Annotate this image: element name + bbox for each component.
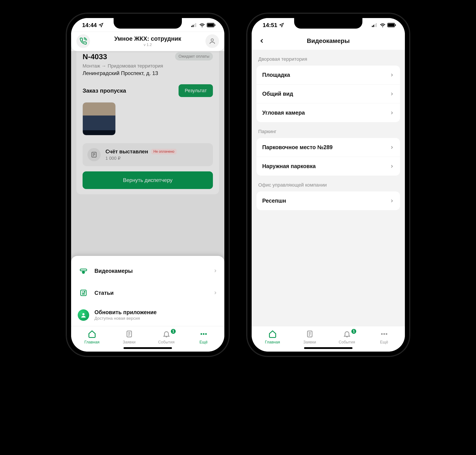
chevron-right-icon xyxy=(213,290,218,295)
svg-rect-2 xyxy=(194,24,195,27)
more-icon xyxy=(200,330,208,338)
svg-rect-30 xyxy=(375,24,375,27)
svg-rect-28 xyxy=(372,26,373,27)
signal-icon xyxy=(372,23,378,27)
list-item[interactable]: Угловая камера xyxy=(257,103,400,122)
list-group-parking: Парковочное место №289 Наружная парковка xyxy=(257,138,400,176)
tab-home[interactable]: Главная xyxy=(73,329,110,345)
result-button[interactable]: Результат xyxy=(179,84,213,97)
pass-label: Заказ пропуска xyxy=(83,87,126,94)
battery-icon xyxy=(387,23,396,27)
location-icon xyxy=(279,23,284,27)
user-icon xyxy=(209,38,216,45)
sheet-item-sublabel: Доступна новая версия xyxy=(94,316,218,321)
unpaid-badge: Не оплачено xyxy=(151,149,176,154)
more-sheet: Видеокамеры Статьи Обновить приложение xyxy=(71,256,224,326)
phone-call-icon xyxy=(79,37,87,45)
section-label: Офис управляющей компании xyxy=(252,176,405,191)
app-title: Умное ЖКХ: сотрудник xyxy=(90,35,205,42)
photo-thumbnail[interactable] xyxy=(83,102,116,135)
status-time: 14:51 xyxy=(263,22,277,29)
chevron-right-icon xyxy=(390,91,394,96)
tab-more[interactable]: Ещё xyxy=(185,329,222,345)
svg-rect-6 xyxy=(215,24,215,26)
list-item[interactable]: Наружная парковка xyxy=(257,157,400,176)
article-icon xyxy=(78,287,89,299)
chevron-left-icon xyxy=(259,38,265,44)
location-icon xyxy=(99,23,103,27)
phone-frame-1: 14:44 Умное ЖКХ: сотрудник v 1.2 xyxy=(66,13,229,357)
home-icon xyxy=(88,330,96,338)
tab-more[interactable]: Ещё xyxy=(366,329,403,345)
invoice-amount: 1 000 ₽ xyxy=(105,155,208,161)
tab-home[interactable]: Главная xyxy=(254,329,291,345)
status-chip: Ожидает оплаты xyxy=(175,52,213,60)
svg-rect-5 xyxy=(207,24,214,27)
invoice-block[interactable]: Счёт выставлен Не оплачено 1 000 ₽ xyxy=(83,143,213,166)
home-indicator[interactable] xyxy=(304,347,352,349)
bell-icon xyxy=(343,330,351,338)
back-button[interactable] xyxy=(257,36,267,46)
sheet-item-label: Обновить приложение xyxy=(94,309,218,316)
call-button[interactable] xyxy=(76,34,90,48)
svg-rect-34 xyxy=(395,24,396,26)
sheet-item-cameras[interactable]: Видеокамеры xyxy=(71,260,224,282)
svg-point-41 xyxy=(385,333,387,335)
requests-icon xyxy=(306,330,314,338)
list-group-office: Ресепшн xyxy=(257,191,400,210)
request-card: N-4033 Ожидает оплаты Монтаж → Придомова… xyxy=(76,51,219,194)
invoice-title: Счёт выставлен xyxy=(105,148,148,155)
request-number: N-4033 xyxy=(83,52,107,61)
receipt-icon xyxy=(91,151,97,158)
list-item[interactable]: Площадка xyxy=(257,65,400,84)
chevron-right-icon xyxy=(390,198,394,203)
tab-requests[interactable]: Заявки xyxy=(110,329,148,345)
svg-point-26 xyxy=(203,333,205,335)
svg-point-39 xyxy=(381,333,383,335)
notch xyxy=(294,18,362,29)
return-dispatcher-button[interactable]: Вернуть диспетчеру xyxy=(83,171,213,189)
battery-icon xyxy=(207,23,216,27)
requests-icon xyxy=(125,330,133,338)
page-header: Видеокамеры xyxy=(252,32,405,50)
profile-button[interactable] xyxy=(205,34,219,48)
notch xyxy=(114,18,182,29)
tab-events[interactable]: 1 События xyxy=(148,329,185,345)
svg-point-25 xyxy=(200,333,202,335)
wifi-icon xyxy=(199,23,205,27)
events-badge: 1 xyxy=(170,328,176,334)
home-indicator[interactable] xyxy=(124,347,172,349)
tab-events[interactable]: 1 События xyxy=(328,329,366,345)
svg-rect-29 xyxy=(373,25,374,27)
chevron-right-icon xyxy=(213,268,218,273)
list-group-yard: Площадка Общий вид Угловая камера xyxy=(257,65,400,122)
page-title: Видеокамеры xyxy=(267,37,390,44)
svg-point-27 xyxy=(205,333,207,335)
sheet-item-label: Статьи xyxy=(94,290,208,296)
svg-rect-1 xyxy=(193,25,193,27)
phone-screen-1: 14:44 Умное ЖКХ: сотрудник v 1.2 xyxy=(71,18,224,352)
home-icon xyxy=(268,330,277,338)
svg-rect-12 xyxy=(80,269,87,271)
svg-rect-0 xyxy=(191,26,192,27)
tab-requests[interactable]: Заявки xyxy=(291,329,328,345)
svg-rect-33 xyxy=(388,24,394,27)
chevron-right-icon xyxy=(390,110,394,115)
breadcrumb: Монтаж → Придомовая территория xyxy=(83,63,213,69)
svg-rect-19 xyxy=(84,291,85,292)
svg-point-40 xyxy=(383,333,385,335)
sheet-item-articles[interactable]: Статьи xyxy=(71,282,224,304)
phone-screen-2: 14:51 Видеокамеры Дворовая территория Пл… xyxy=(252,18,405,352)
list-item[interactable]: Ресепшн xyxy=(257,191,400,210)
section-label: Паркинг xyxy=(252,122,405,138)
update-avatar-icon xyxy=(78,309,89,321)
svg-point-20 xyxy=(82,313,84,315)
app-version: v 1.2 xyxy=(90,43,205,47)
list-item[interactable]: Общий вид xyxy=(257,84,400,103)
sheet-item-label: Видеокамеры xyxy=(94,268,208,274)
more-icon xyxy=(380,330,388,338)
header-title-block: Умное ЖКХ: сотрудник v 1.2 xyxy=(90,35,205,47)
list-item[interactable]: Парковочное место №289 xyxy=(257,138,400,157)
svg-point-14 xyxy=(83,272,84,273)
sheet-item-update[interactable]: Обновить приложение Доступна новая верси… xyxy=(71,304,224,326)
